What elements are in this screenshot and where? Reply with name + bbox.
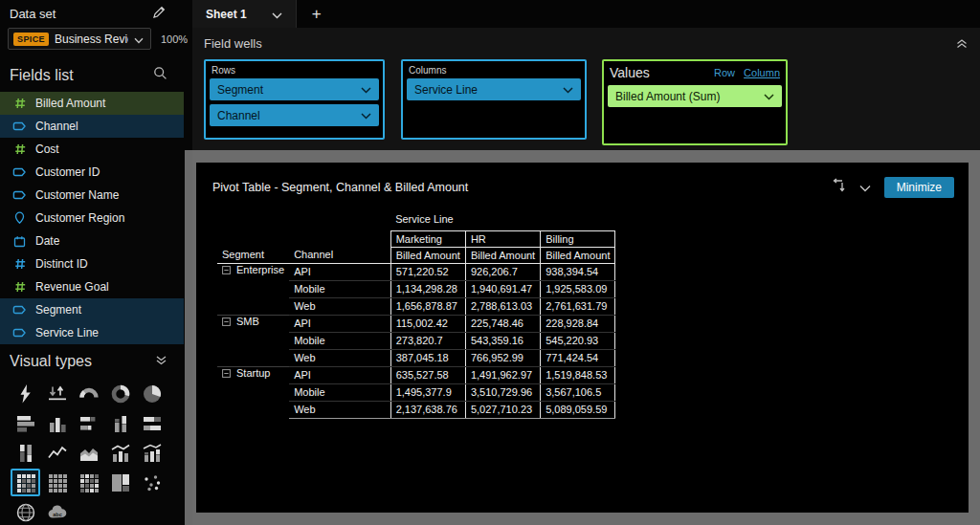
field-item-date[interactable]: Date <box>0 230 184 252</box>
pivot-value-cell[interactable]: 2,137,638.76 <box>390 401 465 418</box>
pivot-value-cell[interactable]: 1,925,583.09 <box>541 280 615 297</box>
pivot-channel-cell[interactable]: Mobile <box>289 280 390 297</box>
visual-type-pivot-table-icon[interactable] <box>11 469 40 496</box>
pivot-col-header-marketing[interactable]: Marketing <box>390 230 465 247</box>
swap-rows-columns-icon[interactable] <box>831 178 846 197</box>
pivot-channel-cell[interactable]: API <box>289 263 390 280</box>
visual-type-tree-map-icon[interactable] <box>105 469 135 496</box>
pivot-col-header-billing[interactable]: Billing <box>541 230 615 247</box>
visual-type-stacked-bar-combo-icon[interactable] <box>137 439 167 467</box>
pivot-value-cell[interactable]: 1,491,962.97 <box>465 366 540 383</box>
pivot-segment-cell-enterprise[interactable]: Enterprise <box>217 263 289 315</box>
minimize-button[interactable]: Minimize <box>884 177 954 198</box>
add-sheet-button[interactable]: + <box>306 6 327 22</box>
well-pill-service-line[interactable]: Service Line <box>407 78 581 100</box>
pivot-value-cell[interactable]: 571,220.52 <box>390 263 465 280</box>
pivot-channel-cell[interactable]: Mobile <box>289 332 390 349</box>
dataset-selector[interactable]: SPICE Business Review <box>8 28 151 50</box>
visual-menu-chevron-icon[interactable] <box>859 179 871 196</box>
visual-type-gauge-icon[interactable] <box>74 380 103 407</box>
pivot-measure-header[interactable]: Billed Amount <box>541 247 615 263</box>
pivot-measure-header[interactable]: Billed Amount <box>390 247 465 263</box>
collapse-group-icon[interactable] <box>222 317 231 328</box>
field-item-customer-region[interactable]: Customer Region <box>0 207 184 230</box>
pivot-channel-cell[interactable]: Web <box>289 401 390 418</box>
pivot-value-cell[interactable]: 1,940,691.47 <box>465 280 540 297</box>
pivot-value-cell[interactable]: 228,928.84 <box>541 315 615 332</box>
pivot-row-dimension-segment[interactable]: Segment <box>217 247 289 263</box>
visual-type-vertical-stacked-bar-icon[interactable] <box>105 409 135 437</box>
pivot-value-cell[interactable]: 766,952.99 <box>465 349 540 366</box>
visual-type-auto-graph-icon[interactable] <box>11 380 40 407</box>
field-item-service-line[interactable]: Service Line <box>0 321 184 344</box>
collapse-group-icon[interactable] <box>222 368 231 380</box>
visual-type-area-line-chart-icon[interactable] <box>74 439 103 467</box>
edit-dataset-icon[interactable] <box>152 6 166 23</box>
pivot-value-cell[interactable]: 1,519,848.53 <box>541 366 615 383</box>
tab-sheet-1[interactable]: Sheet 1 <box>192 0 297 28</box>
values-row-link[interactable]: Row <box>714 67 735 78</box>
visual-type-vertical-stacked-100-bar-icon[interactable] <box>11 439 40 467</box>
field-item-segment[interactable]: Segment <box>0 298 184 321</box>
visual-type-scatter-plot-icon[interactable] <box>137 469 167 496</box>
visual-type-word-cloud-icon[interactable]: abc <box>42 498 72 525</box>
visual-type-donut-chart-icon[interactable] <box>105 380 135 407</box>
collapse-group-icon[interactable] <box>222 265 231 276</box>
pill-chevron-icon[interactable] <box>361 83 371 97</box>
field-item-cost[interactable]: Cost <box>0 138 184 161</box>
well-pill-segment[interactable]: Segment <box>210 78 379 100</box>
pivot-value-cell[interactable]: 3,510,729.96 <box>465 383 540 401</box>
pivot-value-cell[interactable]: 543,359.16 <box>465 332 540 349</box>
pivot-table-visual[interactable]: Pivot Table - Segment, Channel & Billed … <box>196 163 969 513</box>
field-item-billed-amount[interactable]: Billed Amount <box>0 92 184 115</box>
pivot-channel-cell[interactable]: Web <box>289 349 390 366</box>
pivot-row-dimension-channel[interactable]: Channel <box>289 247 390 263</box>
visual-type-clustered-bar-combo-icon[interactable] <box>105 439 135 467</box>
pivot-value-cell[interactable]: 1,656,878.87 <box>390 297 465 315</box>
field-item-customer-id[interactable]: Customer ID <box>0 161 184 184</box>
well-pill-billed-amount-sum-[interactable]: Billed Amount (Sum) <box>608 85 782 107</box>
field-item-distinct-id[interactable]: Distinct ID <box>0 252 184 275</box>
pivot-value-cell[interactable]: 1,134,298.28 <box>390 280 465 297</box>
visual-type-heat-map-icon[interactable] <box>74 469 103 496</box>
pivot-value-cell[interactable]: 771,424.54 <box>541 349 615 366</box>
pivot-value-cell[interactable]: 115,002.42 <box>390 315 465 332</box>
pivot-value-cell[interactable]: 5,027,710.23 <box>465 401 540 418</box>
pivot-value-cell[interactable]: 938,394.54 <box>541 263 615 280</box>
visual-type-pie-chart-icon[interactable] <box>137 380 167 407</box>
pivot-value-cell[interactable]: 545,220.93 <box>541 332 615 349</box>
pivot-col-header-hr[interactable]: HR <box>465 230 540 247</box>
pivot-value-cell[interactable]: 2,788,613.03 <box>465 297 540 315</box>
visual-type-horizontal-stacked-bar-icon[interactable] <box>74 409 103 437</box>
field-item-revenue-goal[interactable]: Revenue Goal <box>0 275 184 298</box>
field-item-channel[interactable]: Channel <box>0 115 184 138</box>
pivot-channel-cell[interactable]: Web <box>289 297 390 315</box>
sheet-tab-chevron-icon[interactable] <box>272 6 282 23</box>
visual-type-points-on-map-icon[interactable] <box>11 498 40 525</box>
visual-type-line-chart-icon[interactable] <box>42 439 72 467</box>
search-icon[interactable] <box>153 66 167 84</box>
pivot-value-cell[interactable]: 225,748.46 <box>465 315 540 332</box>
pivot-value-cell[interactable]: 5,089,059.59 <box>541 401 615 418</box>
pivot-value-cell[interactable]: 926,206.7 <box>465 263 540 280</box>
pivot-segment-cell-startup[interactable]: Startup <box>217 366 289 418</box>
pivot-channel-cell[interactable]: API <box>289 366 390 383</box>
values-column-link[interactable]: Column <box>744 67 780 78</box>
pivot-column-dimension-header[interactable]: Service Line <box>390 208 615 230</box>
sidebar-scrollbar[interactable] <box>185 150 192 525</box>
visual-type-kpi-icon[interactable] <box>42 380 72 407</box>
pivot-value-cell[interactable]: 3,567,106.5 <box>541 383 615 401</box>
pivot-value-cell[interactable]: 2,761,631.79 <box>541 297 615 315</box>
collapse-visual-types-icon[interactable] <box>155 353 167 370</box>
pill-chevron-icon[interactable] <box>361 109 371 122</box>
pivot-value-cell[interactable]: 273,820.7 <box>390 332 465 349</box>
collapse-field-wells-icon[interactable] <box>955 36 969 54</box>
pivot-value-cell[interactable]: 635,527.58 <box>390 366 465 383</box>
visual-type-table-icon[interactable] <box>42 469 72 496</box>
pivot-segment-cell-smb[interactable]: SMB <box>217 315 289 366</box>
visual-type-horizontal-stacked-100-bar-icon[interactable] <box>137 409 167 437</box>
pivot-measure-header[interactable]: Billed Amount <box>465 247 540 263</box>
pivot-value-cell[interactable]: 387,045.18 <box>390 349 465 366</box>
field-item-customer-name[interactable]: Customer Name <box>0 184 184 207</box>
visual-type-horizontal-bar-icon[interactable] <box>11 409 40 437</box>
